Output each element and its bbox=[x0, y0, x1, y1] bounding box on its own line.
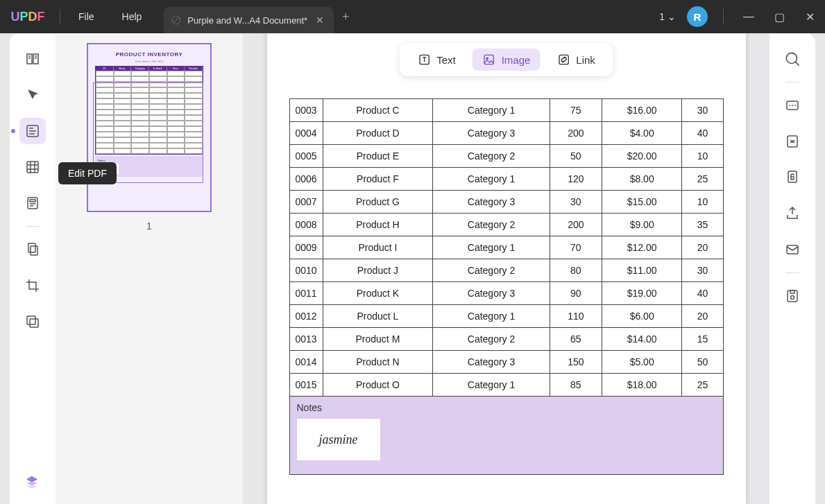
signature-image[interactable]: jasmine bbox=[297, 419, 380, 460]
cell-price: $19.00 bbox=[602, 282, 681, 305]
left-toolbar: Edit PDF bbox=[10, 33, 56, 504]
svg-rect-17 bbox=[791, 177, 794, 180]
convert-tool[interactable] bbox=[779, 128, 806, 155]
svg-rect-21 bbox=[790, 290, 794, 293]
page-thumbnail[interactable]: PRODUCT INVENTORY Date: March 26th 2023 … bbox=[87, 43, 212, 212]
cell-id: 0008 bbox=[289, 214, 323, 236]
cell-qty: 120 bbox=[550, 168, 602, 191]
cell-cat: Category 2 bbox=[433, 328, 550, 351]
svg-rect-5 bbox=[28, 243, 35, 252]
cell-id: 0009 bbox=[289, 236, 323, 259]
svg-point-20 bbox=[791, 296, 794, 299]
cell-price: $4.00 bbox=[602, 122, 681, 145]
cell-name: Product G bbox=[323, 191, 433, 214]
svg-rect-8 bbox=[30, 319, 38, 327]
cell-name: Product M bbox=[323, 328, 433, 351]
cell-qty: 110 bbox=[550, 305, 602, 328]
edit-pdf-tool[interactable] bbox=[19, 118, 46, 144]
form-tool[interactable] bbox=[19, 190, 46, 216]
separator bbox=[26, 226, 40, 227]
comment-tool[interactable] bbox=[19, 82, 46, 108]
cell-id: 0015 bbox=[289, 374, 323, 397]
document-tab[interactable]: Purple and W...A4 Document* ✕ bbox=[164, 7, 334, 33]
watermark-tool[interactable] bbox=[19, 309, 46, 335]
separator bbox=[785, 82, 799, 82]
reader-tool[interactable] bbox=[19, 46, 46, 72]
cell-name: Product H bbox=[323, 214, 433, 236]
svg-rect-4 bbox=[30, 200, 35, 202]
app-logo: UPDF bbox=[0, 10, 56, 24]
email-tool[interactable] bbox=[779, 236, 806, 263]
cell-name: Product J bbox=[323, 259, 433, 282]
svg-rect-7 bbox=[27, 316, 35, 324]
svg-point-11 bbox=[486, 58, 488, 59]
notification-badge[interactable]: 1 ⌄ bbox=[659, 11, 676, 22]
cell-reorder: 50 bbox=[682, 351, 723, 374]
cell-qty: 50 bbox=[550, 145, 602, 168]
cell-qty: 200 bbox=[550, 122, 602, 145]
svg-rect-18 bbox=[787, 245, 798, 254]
cell-price: $6.00 bbox=[602, 305, 681, 328]
cell-qty: 90 bbox=[550, 282, 602, 305]
svg-rect-2 bbox=[27, 162, 38, 173]
image-tool[interactable]: Image bbox=[473, 49, 541, 71]
menu-file[interactable]: File bbox=[65, 11, 108, 22]
cell-id: 0011 bbox=[289, 282, 323, 305]
cell-price: $16.00 bbox=[602, 99, 681, 122]
main-area: Edit PDF PRODUCT INVENTORY Date: March 2… bbox=[10, 33, 815, 504]
cell-cat: Category 1 bbox=[433, 374, 550, 397]
cell-reorder: 40 bbox=[682, 282, 723, 305]
cell-reorder: 15 bbox=[682, 328, 723, 351]
protect-tool[interactable] bbox=[779, 164, 806, 191]
save-tool[interactable] bbox=[779, 283, 806, 309]
user-avatar[interactable]: R bbox=[687, 6, 708, 27]
text-tool[interactable]: Text bbox=[407, 49, 466, 71]
titlebar: UPDF File Help Purple and W...A4 Documen… bbox=[0, 0, 825, 33]
link-tool[interactable]: Link bbox=[547, 49, 605, 71]
document-page[interactable]: 0003Product CCategory 175$16.00300004Pro… bbox=[267, 33, 746, 504]
cell-id: 0006 bbox=[289, 168, 323, 191]
cell-id: 0003 bbox=[289, 99, 323, 122]
cell-qty: 65 bbox=[550, 328, 602, 351]
cell-price: $9.00 bbox=[602, 214, 681, 236]
cell-cat: Category 1 bbox=[433, 168, 550, 191]
table-row: 0013Product MCategory 265$14.0015 bbox=[289, 328, 723, 351]
cell-name: Product O bbox=[323, 374, 433, 397]
thumbnail-panel: PRODUCT INVENTORY Date: March 26th 2023 … bbox=[56, 33, 243, 504]
search-tool[interactable] bbox=[779, 46, 806, 72]
cell-cat: Category 3 bbox=[433, 351, 550, 374]
cell-price: $14.00 bbox=[602, 328, 681, 351]
layers-tool[interactable] bbox=[19, 469, 44, 494]
cell-qty: 30 bbox=[550, 191, 602, 214]
tab-close-button[interactable]: ✕ bbox=[313, 15, 327, 26]
cell-reorder: 40 bbox=[682, 122, 723, 145]
share-tool[interactable] bbox=[779, 200, 806, 227]
table-row: 0011Product KCategory 390$19.0040 bbox=[289, 282, 723, 305]
table-row: 0007Product GCategory 330$15.0010 bbox=[289, 191, 723, 214]
minimize-button[interactable]: — bbox=[739, 7, 758, 26]
organize-tool[interactable] bbox=[19, 236, 46, 263]
cell-price: $11.00 bbox=[602, 259, 681, 282]
editor-toolbar: Text Image Link bbox=[399, 43, 613, 76]
svg-rect-10 bbox=[484, 55, 493, 64]
cell-id: 0013 bbox=[289, 328, 323, 351]
table-row: 0004Product DCategory 3200$4.0040 bbox=[289, 122, 723, 145]
close-button[interactable]: ✕ bbox=[800, 7, 819, 26]
cell-cat: Category 2 bbox=[433, 214, 550, 236]
page-tool[interactable] bbox=[19, 154, 46, 180]
cell-name: Product N bbox=[323, 351, 433, 374]
table-row: 0014Product NCategory 3150$5.0050 bbox=[289, 351, 723, 374]
cell-qty: 80 bbox=[550, 259, 602, 282]
cell-reorder: 20 bbox=[682, 236, 723, 259]
cell-price: $5.00 bbox=[602, 351, 681, 374]
inventory-table: 0003Product CCategory 175$16.00300004Pro… bbox=[289, 98, 724, 397]
cell-reorder: 25 bbox=[682, 374, 723, 397]
new-tab-button[interactable]: + bbox=[342, 10, 350, 24]
cell-id: 0012 bbox=[289, 305, 323, 328]
tab-title: Purple and W...A4 Document* bbox=[187, 15, 307, 26]
ocr-tool[interactable] bbox=[779, 92, 806, 119]
maximize-button[interactable]: ▢ bbox=[769, 7, 789, 26]
menu-help[interactable]: Help bbox=[108, 11, 156, 22]
cell-reorder: 30 bbox=[682, 99, 723, 122]
crop-tool[interactable] bbox=[19, 272, 46, 299]
